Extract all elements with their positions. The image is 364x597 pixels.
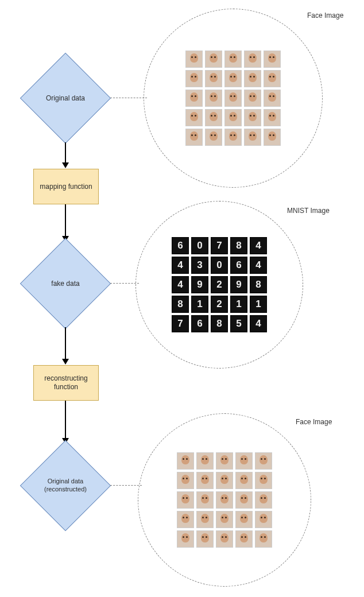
mnist-tile: 6	[191, 315, 208, 332]
mnist-tile: 2	[211, 296, 228, 313]
node-fake-data: fake data	[20, 238, 111, 329]
callout-mnist-title: MNIST Image	[287, 207, 330, 215]
face-tile	[205, 109, 222, 126]
face-tile	[264, 90, 281, 107]
mnist-tile: 4	[172, 257, 189, 274]
face-tile	[264, 70, 281, 87]
face-tile	[205, 51, 222, 68]
mnist-tile: 6	[172, 237, 189, 254]
face-tile	[224, 90, 242, 107]
face-tile	[255, 452, 272, 470]
callout-face-bot-title: Face Image	[296, 418, 332, 426]
face-tile	[235, 491, 253, 509]
dashed-connector-bot	[110, 485, 142, 486]
face-tile	[185, 51, 203, 68]
mnist-tile: 1	[191, 296, 208, 313]
face-tile	[244, 129, 261, 146]
arrow-1-head	[62, 162, 69, 168]
face-tile	[244, 109, 261, 126]
face-tile	[185, 109, 203, 126]
face-tile	[255, 530, 272, 548]
face-grid-top	[185, 51, 281, 146]
mnist-tile: 4	[250, 237, 267, 254]
callout-face-top-title: Face Image	[307, 11, 343, 20]
face-tile	[177, 511, 194, 528]
node-reconstructing-function-label: reconstructing function	[34, 374, 98, 391]
face-tile	[196, 452, 214, 470]
face-tile	[196, 472, 214, 489]
face-tile	[264, 109, 281, 126]
face-tile	[216, 452, 233, 470]
mnist-tile: 1	[250, 296, 267, 313]
face-tile	[244, 70, 261, 87]
face-tile	[244, 90, 261, 107]
face-tile	[177, 452, 194, 470]
callout-face-top	[144, 9, 323, 188]
face-tile	[264, 129, 281, 146]
face-tile	[216, 472, 233, 489]
callout-mnist: 6078443064492988121176854	[135, 201, 303, 369]
mnist-tile: 6	[230, 257, 247, 274]
mnist-tile: 7	[211, 237, 228, 254]
arrow-4-line	[65, 401, 66, 438]
face-tile	[255, 472, 272, 489]
mnist-tile: 9	[230, 276, 247, 293]
arrow-1-line	[65, 142, 66, 162]
face-tile	[205, 70, 222, 87]
node-reconstructed-data: Original data (reconstructed)	[20, 440, 111, 531]
mnist-tile: 4	[250, 315, 267, 332]
face-tile	[255, 511, 272, 528]
face-tile	[255, 491, 272, 509]
face-tile	[216, 511, 233, 528]
arrow-2-line	[65, 204, 66, 236]
arrow-3-head	[62, 359, 69, 365]
face-tile	[224, 109, 242, 126]
face-tile	[235, 472, 253, 489]
node-mapping-function-label: mapping function	[40, 183, 92, 191]
face-tile	[235, 511, 253, 528]
callout-face-bot	[138, 413, 311, 587]
mnist-grid: 6078443064492988121176854	[172, 237, 267, 332]
arrow-3-line	[65, 327, 66, 359]
mnist-tile: 8	[250, 276, 267, 293]
mnist-tile: 4	[172, 276, 189, 293]
face-tile	[216, 491, 233, 509]
mnist-tile: 1	[230, 296, 247, 313]
face-tile	[224, 70, 242, 87]
mnist-tile: 0	[211, 257, 228, 274]
face-grid-bot	[177, 452, 272, 548]
face-tile	[205, 90, 222, 107]
face-tile	[177, 530, 194, 548]
dashed-connector-mid	[110, 283, 139, 284]
mnist-tile: 0	[191, 237, 208, 254]
face-tile	[196, 511, 214, 528]
face-tile	[185, 129, 203, 146]
mnist-tile: 8	[230, 237, 247, 254]
face-tile	[235, 452, 253, 470]
mnist-tile: 3	[191, 257, 208, 274]
face-tile	[196, 491, 214, 509]
face-tile	[205, 129, 222, 146]
mnist-tile: 4	[250, 257, 267, 274]
node-original-data-label: Original data	[34, 67, 97, 130]
face-tile	[224, 51, 242, 68]
mnist-tile: 8	[211, 315, 228, 332]
mnist-tile: 9	[191, 276, 208, 293]
face-tile	[177, 472, 194, 489]
face-tile	[196, 530, 214, 548]
face-tile	[185, 90, 203, 107]
face-tile	[216, 530, 233, 548]
face-tile	[244, 51, 261, 68]
node-fake-data-label: fake data	[34, 252, 97, 315]
face-tile	[185, 70, 203, 87]
mnist-tile: 7	[172, 315, 189, 332]
mnist-tile: 5	[230, 315, 247, 332]
dashed-connector-top	[110, 98, 147, 98]
face-tile	[177, 491, 194, 509]
face-tile	[235, 530, 253, 548]
node-reconstructed-data-label: Original data (reconstructed)	[34, 454, 97, 517]
face-tile	[264, 51, 281, 68]
node-original-data: Original data	[20, 53, 111, 144]
face-tile	[224, 129, 242, 146]
mnist-tile: 8	[172, 296, 189, 313]
